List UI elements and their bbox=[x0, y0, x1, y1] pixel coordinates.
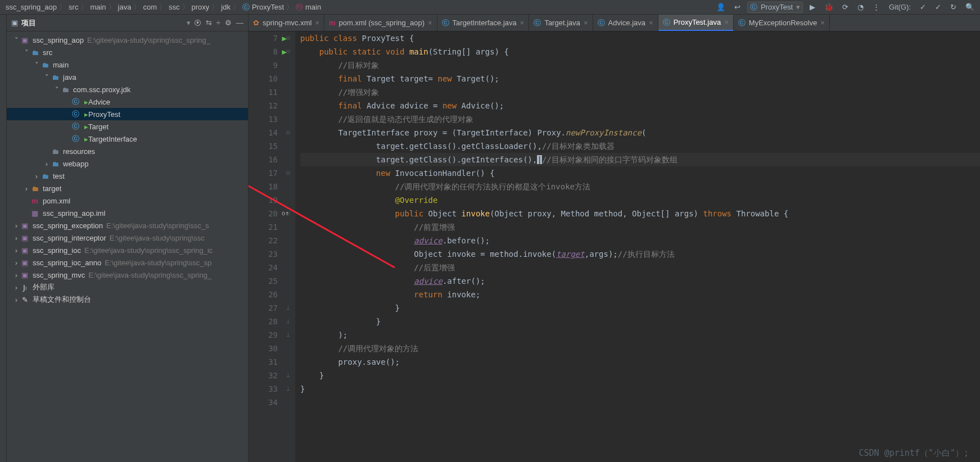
more-icon[interactable]: ⋮ bbox=[870, 3, 882, 11]
back-icon[interactable]: ↩ bbox=[732, 3, 743, 11]
git-pull-icon[interactable]: ✓ bbox=[918, 3, 928, 11]
code-content[interactable]: public class ProxyTest { public static v… bbox=[296, 31, 980, 462]
locate-icon[interactable]: ⦿ bbox=[194, 19, 201, 27]
editor-area: ✿spring-mvc.xml×mpom.xml (ssc_spring_aop… bbox=[249, 15, 980, 462]
close-icon[interactable]: × bbox=[820, 19, 825, 27]
editor-tab[interactable]: ⓒTargetInterface.java× bbox=[437, 15, 530, 31]
tree-node[interactable]: ⓒ▸ProxyTest bbox=[7, 108, 248, 120]
expand-all-icon[interactable]: ⇆ bbox=[206, 19, 212, 27]
tree-node[interactable]: ›𝖩ₗ外部库 bbox=[7, 281, 248, 293]
breadcrumb-item[interactable]: ⓒProxyTest bbox=[240, 2, 286, 12]
project-view-icon: ▣ bbox=[11, 19, 18, 27]
tree-node[interactable]: ›✎草稿文件和控制台 bbox=[7, 293, 248, 306]
editor-tab[interactable]: ⓒMyExceptionResolve× bbox=[734, 15, 830, 31]
search-everywhere-icon[interactable]: 🔍 bbox=[963, 3, 977, 11]
breadcrumb-separator-icon: 〉 bbox=[286, 2, 293, 12]
project-tree[interactable]: ˅▣ssc_spring_aopE:\gitee\java-study\spri… bbox=[7, 31, 248, 462]
close-icon[interactable]: × bbox=[520, 19, 525, 27]
breadcrumb-item[interactable]: src bbox=[66, 3, 80, 11]
editor-tab[interactable]: ⓒAdvice.java× bbox=[593, 15, 658, 31]
tree-node[interactable]: ˅🖿java bbox=[7, 71, 248, 83]
breadcrumb-item[interactable]: ssc_spring_aop bbox=[3, 3, 59, 11]
collapse-all-icon[interactable]: ÷ bbox=[216, 19, 220, 27]
breadcrumb-item[interactable]: main bbox=[88, 3, 108, 11]
run-icon[interactable]: ▶ bbox=[807, 3, 818, 11]
tree-node[interactable]: ›▣ssc_spring_mvcE:\gitee\java-study\spri… bbox=[7, 269, 248, 281]
close-icon[interactable]: × bbox=[724, 18, 729, 26]
project-header: ▣ 项目 ▾ ⦿ ⇆ ÷ ⚙ — bbox=[7, 15, 248, 31]
tree-node[interactable]: mpom.xml bbox=[7, 194, 248, 207]
close-icon[interactable]: × bbox=[584, 19, 588, 27]
tree-node[interactable]: ›▣ssc_spring_interceptorE:\gitee\java-st… bbox=[7, 232, 248, 244]
project-tool-window: ▣ 项目 ▾ ⦿ ⇆ ÷ ⚙ — ˅▣ssc_spring_aopE:\gite… bbox=[7, 15, 249, 462]
git-history-icon[interactable]: ↻ bbox=[948, 3, 959, 11]
close-icon[interactable]: × bbox=[649, 19, 653, 27]
breadcrumb-item[interactable]: ⓜmain bbox=[293, 2, 323, 12]
breadcrumb-separator-icon: 〉 bbox=[182, 2, 189, 12]
tree-node[interactable]: ˅🖿main bbox=[7, 58, 248, 71]
tree-node[interactable]: ›▣ssc_spring_exceptionE:\gitee\java-stud… bbox=[7, 219, 248, 232]
editor-tabs[interactable]: ✿spring-mvc.xml×mpom.xml (ssc_spring_aop… bbox=[249, 15, 980, 31]
tree-node[interactable]: 🖿resources bbox=[7, 145, 248, 157]
breadcrumb-separator-icon: 〉 bbox=[133, 2, 141, 12]
breadcrumb-separator-icon: 〉 bbox=[211, 2, 219, 12]
code-area[interactable]: 7891011121314151617181920212223242526272… bbox=[249, 31, 980, 462]
editor-tab[interactable]: ✿spring-mvc.xml× bbox=[249, 15, 324, 31]
settings-icon[interactable]: ⚙ bbox=[225, 19, 232, 27]
editor-tab[interactable]: ⓒTarget.java× bbox=[529, 15, 593, 31]
breadcrumb-item[interactable]: proxy bbox=[189, 3, 212, 11]
breadcrumb-separator-icon: 〉 bbox=[233, 2, 240, 12]
tree-node[interactable]: ›🖿target bbox=[7, 182, 248, 194]
editor-tab[interactable]: mpom.xml (ssc_spring_aop)× bbox=[324, 15, 437, 31]
close-icon[interactable]: × bbox=[315, 19, 319, 27]
tree-node[interactable]: ˅🖿src bbox=[7, 46, 248, 58]
chevron-down-icon[interactable]: ▾ bbox=[187, 19, 191, 27]
tree-node[interactable]: ⓒ▸Advice bbox=[7, 96, 248, 108]
breadcrumb-separator-icon: 〉 bbox=[80, 2, 88, 12]
run-configuration-selector[interactable]: ⓒ ProxyTest ▾ bbox=[747, 2, 803, 13]
left-stripe[interactable] bbox=[0, 15, 7, 462]
tree-node[interactable]: ›🖿webapp bbox=[7, 157, 248, 170]
editor-tab[interactable]: ⓒProxyTest.java× bbox=[658, 15, 734, 31]
breadcrumb-item[interactable]: com bbox=[141, 3, 159, 11]
watermark-label: CSDN @printf（"小白"）; bbox=[859, 448, 969, 459]
profile-icon[interactable]: ◔ bbox=[855, 3, 866, 11]
tree-node[interactable]: ›▣ssc_spring_iocE:\gitee\java-study\spri… bbox=[7, 244, 248, 256]
breadcrumb-separator-icon: 〉 bbox=[159, 2, 166, 12]
breadcrumb-separator-icon: 〉 bbox=[109, 2, 116, 12]
breadcrumb-item[interactable]: jdk bbox=[219, 3, 233, 11]
debug-icon[interactable]: 🐞 bbox=[822, 3, 836, 11]
close-icon[interactable]: × bbox=[428, 19, 432, 27]
tree-node[interactable]: ⓒ▸Target bbox=[7, 120, 248, 133]
breadcrumb[interactable]: ssc_spring_aop〉src〉main〉java〉com〉ssc〉pro… bbox=[3, 2, 714, 12]
git-label: Git(G): bbox=[887, 3, 913, 11]
breadcrumb-item[interactable]: java bbox=[116, 3, 134, 11]
hide-icon[interactable]: — bbox=[236, 19, 243, 27]
breadcrumb-item[interactable]: ssc bbox=[166, 3, 182, 11]
line-gutter[interactable]: 7891011121314151617181920212223242526272… bbox=[249, 31, 281, 462]
run-config-label: ProxyTest bbox=[761, 3, 793, 11]
users-icon[interactable]: 👤 bbox=[714, 3, 728, 11]
project-title[interactable]: 项目 bbox=[21, 18, 187, 28]
tree-node[interactable]: ⓒ▸TargetInterface bbox=[7, 133, 248, 145]
tree-node[interactable]: ˅▣ssc_spring_aopE:\gitee\java-study\spri… bbox=[7, 34, 248, 46]
navigation-bar: ssc_spring_aop〉src〉main〉java〉com〉ssc〉pro… bbox=[0, 0, 980, 15]
tree-node[interactable]: ▦ssc_spring_aop.iml bbox=[7, 207, 248, 219]
toolbar-right: 👤 ↩ ⓒ ProxyTest ▾ ▶ 🐞 ⟳ ◔ ⋮ Git(G): ✓ ✓ … bbox=[714, 2, 977, 13]
breadcrumb-separator-icon: 〉 bbox=[59, 2, 66, 12]
tree-node[interactable]: ›🖿test bbox=[7, 170, 248, 182]
tree-node[interactable]: ˅🖿com.ssc.proxy.jdk bbox=[7, 83, 248, 96]
coverage-icon[interactable]: ⟳ bbox=[840, 3, 851, 11]
tree-node[interactable]: ›▣ssc_spring_ioc_annoE:\gitee\java-study… bbox=[7, 256, 248, 269]
git-push-icon[interactable]: ✓ bbox=[933, 3, 943, 11]
fold-gutter[interactable]: ⊟⊟⊟⊟⊟⊥⊥⊥⊥⊥ bbox=[281, 31, 296, 462]
